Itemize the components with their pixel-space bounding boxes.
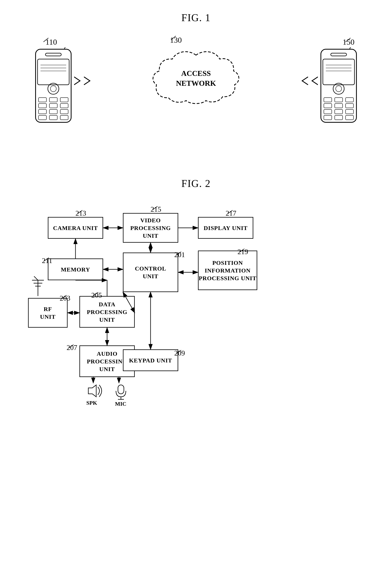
lightning-right: [286, 75, 318, 87]
access-network-cloud: ACCESS NETWORK: [149, 47, 243, 107]
svg-marker-49: [88, 385, 96, 397]
tick-215: [151, 206, 161, 211]
tick-209: [175, 349, 185, 355]
tick-211: [43, 257, 53, 263]
tick-110: [42, 37, 51, 43]
spk-label: SPK: [86, 400, 97, 406]
tick-213: [76, 210, 86, 215]
data-processing-block: DATA PROCESSING UNIT: [80, 296, 135, 328]
phone-right: [317, 47, 360, 127]
tick-217: [227, 210, 237, 215]
tick-203: [61, 294, 70, 300]
svg-text:NETWORK: NETWORK: [176, 79, 216, 87]
display-unit-block: DISPLAY UNIT: [198, 217, 253, 239]
keypad-unit-block: KEYPAD UNIT: [123, 349, 178, 371]
rf-unit-block: RF UNIT: [28, 298, 68, 328]
control-unit-block: CONTROL UNIT: [123, 253, 178, 292]
memory-block: MEMORY: [48, 258, 103, 280]
microphone-icon: [113, 384, 129, 400]
fig2-title: FIG. 2: [0, 166, 392, 189]
fig1-area: 110 130 150: [0, 31, 392, 166]
tick-201: [175, 251, 185, 257]
svg-line-48: [34, 276, 38, 280]
svg-rect-50: [118, 385, 124, 394]
fig2-diagram: CAMERA UNIT 213 VIDEO PROCESSING UNIT 21…: [28, 201, 364, 438]
fig1-title: FIG. 1: [0, 0, 392, 23]
svg-text:ACCESS: ACCESS: [181, 69, 211, 77]
antenna-icon: [30, 276, 46, 298]
position-info-block: POSITION INFORMATION PROCESSING UNIT: [198, 251, 257, 290]
mic-label: MIC: [115, 401, 127, 407]
camera-unit-block: CAMERA UNIT: [48, 217, 103, 239]
video-processing-block: VIDEO PROCESSING UNIT: [123, 213, 178, 243]
tick-219: [239, 248, 248, 254]
tick-150: [344, 37, 354, 43]
phone-left: [32, 47, 75, 127]
lightning-left: [74, 75, 106, 87]
tick-205: [92, 292, 102, 297]
tick-207: [68, 344, 78, 350]
tick-130: [169, 35, 179, 41]
speaker-icon: [84, 383, 104, 399]
